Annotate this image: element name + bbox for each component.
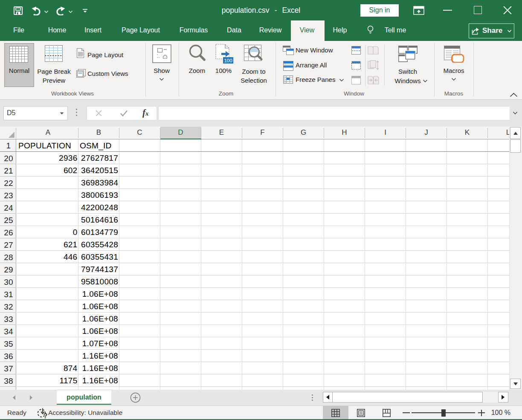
svg-text:100: 100	[224, 58, 232, 63]
svg-text:?: ?	[44, 412, 48, 420]
